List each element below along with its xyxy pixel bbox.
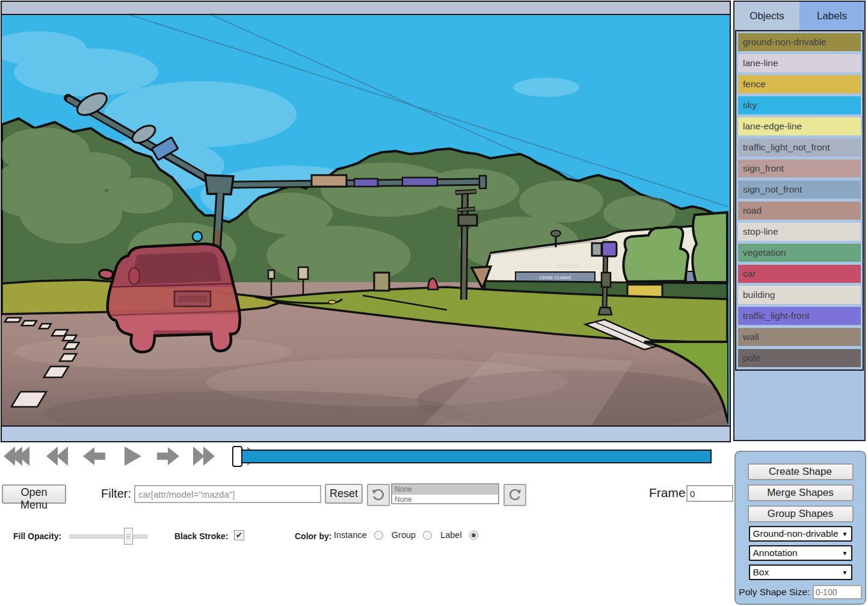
fill-opacity-slider[interactable] (69, 534, 147, 539)
sky-gap (192, 232, 202, 241)
radio-group[interactable] (423, 531, 432, 540)
playback-controls (1, 444, 266, 468)
label-chip-wall[interactable]: wall (738, 328, 861, 346)
label-chip-traffic_light_not_front[interactable]: traffic_light_not_front (738, 138, 861, 156)
color-by-option-group: Group (392, 530, 432, 540)
lane-dash (39, 324, 51, 329)
poly-shape-size-input[interactable] (813, 585, 862, 599)
scene-viewport[interactable]: CRAB CLAWS SHRIMP SHRIMP (2, 15, 730, 425)
frame-input[interactable] (686, 485, 733, 502)
filter-input[interactable] (134, 485, 321, 503)
group-shapes-button[interactable]: Group Shapes (748, 506, 854, 522)
roof-lamp (551, 230, 561, 237)
fast-forward-icon (192, 445, 216, 468)
black-stroke-checkbox[interactable]: ✔ (234, 530, 244, 540)
signal-controller-box (602, 273, 611, 287)
merge-shapes-button[interactable]: Merge Shapes (748, 484, 854, 501)
label-chip-lane-edge-line[interactable]: lane-edge-line (738, 117, 861, 135)
seek-handle[interactable] (232, 446, 242, 467)
label-chip-ground-non-drivable[interactable]: ground-non-drivable (738, 33, 861, 51)
poly-shape-size-label: Poly Shape Size: (739, 587, 810, 597)
fill-opacity-handle[interactable] (124, 528, 133, 545)
label-chip-traffic_light-front[interactable]: traffic_light-front (738, 307, 861, 325)
label-chip-lane-line[interactable]: lane-line (738, 54, 861, 72)
wall-sign-text: SHRIMP (557, 263, 580, 270)
options-row: Fill Opacity: Black Stroke: ✔ Color by: … (0, 527, 729, 551)
arrow-right-icon (156, 445, 180, 468)
tab-objects[interactable]: Objects (734, 2, 799, 30)
pole-junction (205, 175, 233, 194)
vegetation-blob-right[interactable] (692, 212, 727, 282)
color-by-radio-group: InstanceGroupLabel (334, 530, 487, 540)
label-chip-stop-line[interactable]: stop-line (738, 223, 861, 241)
undo-button[interactable] (367, 484, 390, 506)
label-chip-car[interactable]: car (738, 265, 861, 283)
color-by-option-label: Label (440, 530, 478, 540)
shape-dropdown-0[interactable]: Ground-non-drivable▼ (749, 526, 852, 542)
shape-dropdown-2[interactable]: Box▼ (749, 564, 852, 580)
car-rear-window (133, 252, 221, 285)
sidebar-tabs: Objects Labels (734, 2, 864, 30)
create-shape-button[interactable]: Create Shape (748, 463, 854, 480)
rewind-button[interactable] (45, 445, 69, 468)
frame-seek-bar[interactable] (232, 446, 711, 465)
shape-buttons: Create ShapeMerge ShapesGroup Shapes (736, 463, 865, 522)
radio-label: Label (440, 530, 461, 540)
lane-dash (22, 321, 37, 326)
overhead-signal-1[interactable] (354, 179, 378, 187)
black-stroke-label: Black Stroke: (174, 531, 228, 541)
history-selector[interactable]: None None (391, 483, 499, 504)
radio-label: Group (392, 530, 416, 540)
filter-label: Filter: (101, 487, 131, 501)
play-button[interactable] (122, 445, 143, 468)
arrow-left-icon (82, 445, 106, 468)
annotation-canvas[interactable]: CRAB CLAWS SHRIMP SHRIMP (1, 1, 731, 442)
dropdown-value: Box (750, 567, 769, 578)
label-chip-fence[interactable]: fence (738, 75, 861, 93)
fast-forward-button[interactable] (192, 445, 216, 468)
lane-dash (63, 335, 76, 341)
step-forward-button[interactable] (156, 445, 180, 468)
curb-marker (328, 300, 336, 304)
step-back-button[interactable] (82, 445, 106, 468)
redo-button[interactable] (503, 484, 526, 506)
chevron-down-icon: ▼ (842, 531, 848, 537)
play-icon (122, 445, 143, 468)
label-chip-vegetation[interactable]: vegetation (738, 244, 861, 262)
shape-dropdown-1[interactable]: Annotation▼ (749, 545, 852, 561)
label-chip-building[interactable]: building (738, 286, 861, 304)
reset-button[interactable]: Reset (325, 484, 363, 504)
open-menu-button[interactable]: Open Menu (2, 484, 66, 504)
overhead-signal-2[interactable] (402, 178, 437, 186)
history-option[interactable]: None (392, 495, 498, 505)
chevron-down-icon: ▼ (842, 569, 848, 576)
canvas-bottom-bar (2, 425, 730, 441)
label-chip-road[interactable]: road (738, 202, 861, 220)
rotate-ccw-icon (371, 488, 386, 502)
shape-panel: Create ShapeMerge ShapesGroup Shapes Gro… (734, 451, 866, 605)
annotated-scene[interactable]: CRAB CLAWS SHRIMP SHRIMP (2, 15, 728, 425)
history-option[interactable]: None (392, 484, 498, 495)
label-chip-sign_not_front[interactable]: sign_not_front (738, 181, 861, 199)
shape-dropdowns: Ground-non-drivable▼Annotation▼Box▼ (736, 526, 865, 580)
skip-to-start-button[interactable] (1, 445, 31, 468)
arm-end-cap (479, 176, 486, 188)
radio-label[interactable] (469, 531, 478, 540)
seek-track[interactable] (240, 450, 712, 463)
annotation-tool-app: { "sidebar": { "tabs": [ { "label": "Obj… (0, 0, 868, 606)
label-chip-pole[interactable]: pole (738, 349, 861, 367)
label-list: ground-non-drivablelane-linefenceskylane… (735, 30, 864, 371)
pole-box (458, 215, 477, 226)
poly-shape-size-row: Poly Shape Size: (736, 585, 865, 599)
rotate-cw-icon (508, 488, 522, 502)
chevron-down-icon: ▼ (842, 550, 848, 557)
lane-dash (5, 318, 21, 322)
label-chip-sign_front[interactable]: sign_front (738, 159, 861, 178)
signal-head-front (602, 242, 617, 256)
label-chip-sky[interactable]: sky (738, 96, 861, 114)
radio-instance[interactable] (374, 531, 383, 540)
color-by-label: Color by: (295, 531, 331, 541)
tab-labels[interactable]: Labels (799, 2, 864, 30)
overhead-sign-tan[interactable] (312, 175, 346, 187)
frame-label: Frame (649, 486, 686, 500)
